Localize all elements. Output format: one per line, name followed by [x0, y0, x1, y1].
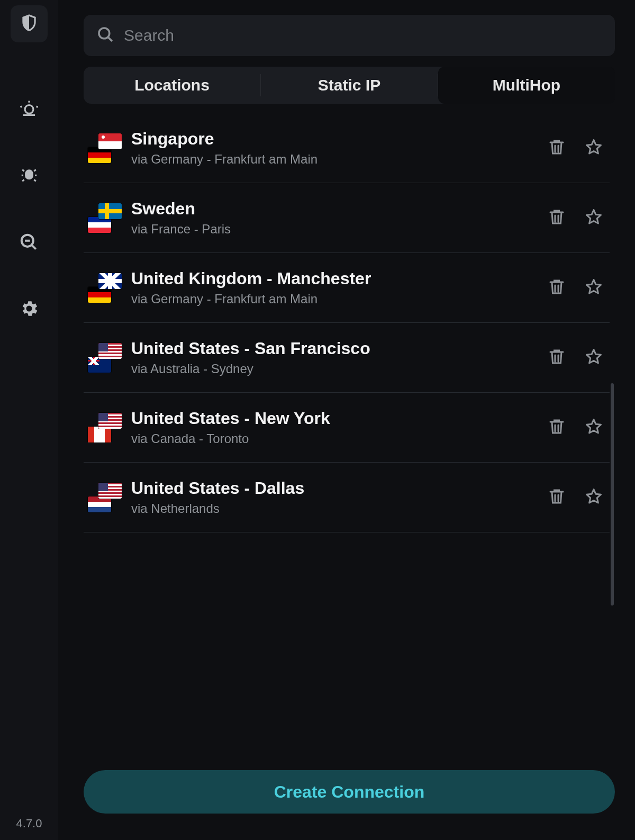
connection-subtitle: via France - Paris [131, 222, 545, 237]
flag-au-icon [88, 357, 111, 373]
connection-text: United States - New Yorkvia Canada - Tor… [131, 409, 545, 446]
svg-point-2 [99, 28, 110, 39]
favorite-button[interactable] [582, 346, 605, 369]
search-input[interactable] [124, 26, 602, 44]
sidebar-item-shield[interactable] [11, 5, 48, 42]
shield-icon [19, 13, 39, 35]
favorite-button[interactable] [582, 137, 605, 160]
connection-row[interactable]: Singaporevia Germany - Frankfurt am Main [84, 113, 610, 183]
connection-title: United States - Dallas [131, 478, 545, 498]
flag-us-icon [98, 483, 122, 499]
flag-sg-icon [98, 133, 122, 149]
gear-icon [19, 299, 39, 321]
connection-subtitle: via Australia - Sydney [131, 362, 545, 376]
row-actions [545, 346, 605, 369]
flag-fr-icon [88, 217, 111, 233]
trash-icon [547, 487, 566, 508]
flag-stack [88, 133, 122, 163]
connection-title: Sweden [131, 199, 545, 219]
flag-stack [88, 343, 122, 373]
flag-gb-icon [98, 273, 122, 289]
bug-icon [19, 166, 39, 188]
connection-title: United States - San Francisco [131, 339, 545, 358]
row-actions [545, 416, 605, 439]
connection-row[interactable]: United States - Dallasvia Netherlands [84, 463, 610, 532]
row-actions [545, 276, 605, 300]
create-connection-button[interactable]: Create Connection [84, 770, 615, 814]
app-version: 4.7.0 [0, 817, 58, 830]
star-icon [584, 417, 603, 438]
trash-icon [547, 207, 566, 229]
connection-text: United States - Dallasvia Netherlands [131, 478, 545, 516]
flag-ca-icon [88, 427, 111, 442]
trash-icon [547, 277, 566, 299]
alert-icon [19, 100, 39, 122]
favorite-button[interactable] [582, 206, 605, 230]
connection-title: Singapore [131, 129, 545, 149]
row-actions [545, 137, 605, 160]
flag-us-icon [98, 343, 122, 359]
sidebar-item-settings[interactable] [11, 291, 48, 328]
delete-button[interactable] [545, 416, 568, 439]
main-panel: Locations Static IP MultiHop Singaporevi… [58, 0, 635, 840]
search-bar[interactable] [84, 15, 615, 56]
flag-stack [88, 483, 122, 512]
trash-icon [547, 138, 566, 159]
tabs: Locations Static IP MultiHop [84, 67, 615, 104]
trash-icon [547, 417, 566, 438]
connection-title: United States - New York [131, 409, 545, 428]
flag-de-icon [88, 147, 111, 163]
flag-de-icon [88, 287, 111, 303]
zoom-icon [19, 232, 39, 255]
star-icon [584, 347, 603, 368]
connection-text: United Kingdom - Manchestervia Germany -… [131, 269, 545, 306]
flag-nl-icon [88, 496, 111, 512]
connection-row[interactable]: Swedenvia France - Paris [84, 183, 610, 253]
tab-multihop[interactable]: MultiHop [438, 67, 615, 104]
flag-stack [88, 273, 122, 303]
scrollbar-thumb[interactable] [611, 383, 614, 606]
flag-us-icon [98, 413, 122, 429]
tab-static-ip[interactable]: Static IP [261, 67, 438, 104]
row-actions [545, 206, 605, 230]
flag-se-icon [98, 203, 122, 219]
connection-subtitle: via Germany - Frankfurt am Main [131, 152, 545, 167]
flag-stack [88, 203, 122, 233]
connection-row[interactable]: United Kingdom - Manchestervia Germany -… [84, 253, 610, 323]
search-icon [96, 25, 124, 46]
sidebar-item-alert[interactable] [11, 93, 48, 130]
star-icon [584, 277, 603, 299]
flag-stack [88, 413, 122, 442]
sidebar: 4.7.0 [0, 0, 58, 840]
favorite-button[interactable] [582, 416, 605, 439]
delete-button[interactable] [545, 276, 568, 300]
connection-row[interactable]: United States - San Franciscovia Austral… [84, 323, 610, 393]
delete-button[interactable] [545, 206, 568, 230]
connection-subtitle: via Canada - Toronto [131, 431, 545, 446]
row-actions [545, 486, 605, 509]
delete-button[interactable] [545, 486, 568, 509]
favorite-button[interactable] [582, 486, 605, 509]
sidebar-item-bug[interactable] [11, 159, 48, 196]
connection-list[interactable]: Singaporevia Germany - Frankfurt am Main… [84, 113, 615, 755]
connection-title: United Kingdom - Manchester [131, 269, 545, 288]
sidebar-item-search[interactable] [11, 225, 48, 262]
connection-subtitle: via Germany - Frankfurt am Main [131, 292, 545, 306]
svg-point-0 [25, 105, 33, 114]
delete-button[interactable] [545, 137, 568, 160]
trash-icon [547, 347, 566, 368]
connection-text: Singaporevia Germany - Frankfurt am Main [131, 129, 545, 167]
connection-subtitle: via Netherlands [131, 501, 545, 516]
star-icon [584, 487, 603, 508]
favorite-button[interactable] [582, 276, 605, 300]
star-icon [584, 207, 603, 229]
delete-button[interactable] [545, 346, 568, 369]
tab-locations[interactable]: Locations [84, 67, 260, 104]
connection-text: Swedenvia France - Paris [131, 199, 545, 237]
connection-row[interactable]: United States - New Yorkvia Canada - Tor… [84, 393, 610, 463]
connection-text: United States - San Franciscovia Austral… [131, 339, 545, 376]
star-icon [584, 138, 603, 159]
